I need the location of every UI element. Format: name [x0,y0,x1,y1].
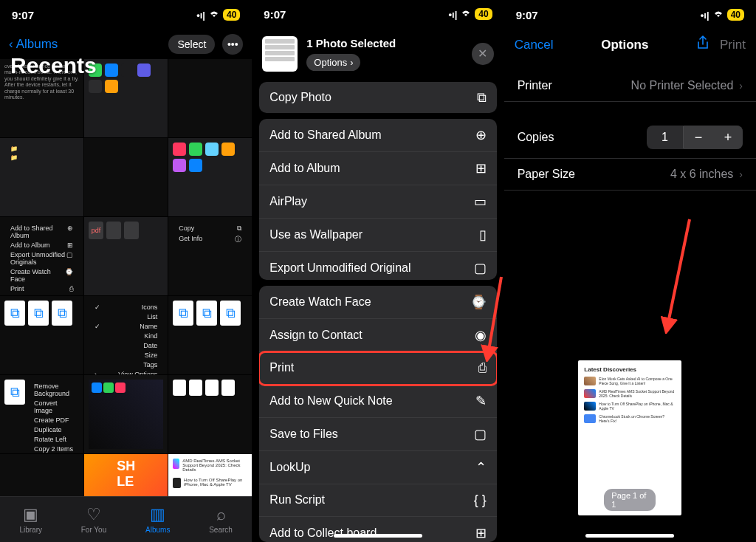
action-print[interactable]: Print⎙ [259,352,496,385]
share-actions[interactable]: Copy Photo ⧉ Add to Shared Album⊕ Add to… [252,82,504,542]
photo-grid[interactable]: overall performance gets a much-needed b… [0,59,252,496]
home-indicator[interactable] [334,534,422,538]
action-export-original[interactable]: Export Unmodified Original▢ [259,252,496,280]
clock: 9:07 [12,9,34,21]
thumbnail[interactable] [84,138,168,216]
thumbnail[interactable]: AMD RealTimes AMS Socket Support Beyond … [168,454,252,496]
thumbnail[interactable]: pdf [84,217,168,295]
chevron-right-icon: › [739,168,743,180]
thumbnail[interactable] [84,59,168,137]
tab-library[interactable]: ▣ Library [19,505,42,534]
wifi-icon [208,10,220,21]
tab-search[interactable]: ⌕ Search [209,505,233,534]
thumbnail[interactable]: Add to Shared Album⊕ Add to Album⊞ Expor… [0,217,83,295]
thumbnail[interactable] [0,454,83,496]
action-add-album[interactable]: Add to Album⊞ [259,152,496,185]
signal-icon: •ı| [448,9,457,20]
status-icons: •ı| 40 [196,9,240,21]
thumbnail[interactable]: ⧉⧉⧉ [168,296,252,374]
increment-button[interactable]: + [713,126,743,149]
lookup-icon: ⌃ [475,459,487,476]
print-options-screen: 9:07 •ı| 40 Cancel Options Print Printer… [504,0,756,542]
script-icon: { } [474,493,487,508]
thumbnail[interactable]: ⧉⧉⧉ [0,296,83,374]
print-preview[interactable]: Latest Discoveries Elon Musk Gets Asked … [504,201,756,542]
context-menu-preview: Add to Shared Album⊕ Add to Album⊞ Expor… [4,222,79,295]
chevron-right-icon: › [350,57,353,68]
action-collect-board[interactable]: Add to Collect board⊞ [259,517,496,542]
printer-row[interactable]: Printer No Printer Selected› [504,70,756,102]
action-lookup[interactable]: LookUp⌃ [259,451,496,484]
copies-row: Copies 1 − + [504,117,756,159]
thumbnail[interactable]: ⧉ Remove Background Convert Image Create… [0,375,83,453]
thumbnail[interactable]: ✓Icons List ✓Name Kind Date Size Tags ›V… [84,296,168,374]
preview-article: AMD RealTimes AMS Socket Support Beyond … [584,389,676,398]
status-bar: 9:07 •ı| 40 [252,0,504,29]
tab-for-you[interactable]: ♡ For You [81,505,106,534]
copy-icon: ⧉ [477,90,487,106]
thumbnail[interactable]: SHLE [84,454,168,496]
page-title: Recents [10,53,97,78]
copies-label: Copies [518,131,554,144]
clock: 9:07 [264,8,286,21]
tab-albums[interactable]: ▥ Albums [145,505,170,534]
nav-bar: Cancel Options Print [504,30,756,60]
albums-icon: ▥ [150,505,165,524]
wifi-icon [460,9,472,20]
close-icon: ✕ [478,47,487,61]
paper-label: Paper Size [518,168,575,181]
back-button[interactable]: ‹ Albums [9,37,58,52]
copies-stepper: 1 − + [647,126,743,149]
select-button[interactable]: Select [168,35,215,54]
page-title: Options [601,38,648,52]
tab-bar: ▣ Library ♡ For You ▥ Albums ⌕ Search [0,496,252,542]
status-icons: •ı| 40 [701,9,744,21]
selected-photo-thumb[interactable] [262,36,298,72]
thumbnail[interactable] [84,375,168,453]
album-icon: ⊞ [475,160,487,176]
preview-article: Elon Musk Gets Asked AI to Compose a One… [584,377,676,385]
action-group: Create Watch Face⌚ Assign to Contact◉ Pr… [259,286,496,542]
action-quick-note[interactable]: Add to New Quick Note✎ [259,385,496,418]
options-button[interactable]: Options › [306,54,360,71]
svg-line-1 [667,219,690,326]
preview-article: Chromebook Stuck on Chrome Screen? Here'… [584,414,676,423]
thumbnail[interactable]: 📁 📁 [0,138,83,216]
paper-size-row[interactable]: Paper Size 4 x 6 inches› [504,159,756,191]
close-button[interactable]: ✕ [472,43,494,65]
action-add-shared-album[interactable]: Add to Shared Album⊕ [259,119,496,152]
action-watch-face[interactable]: Create Watch Face⌚ [259,286,496,319]
action-wallpaper[interactable]: Use as Wallpaper▯ [259,219,496,252]
decrement-button[interactable]: − [684,126,713,149]
ellipsis-icon: ••• [227,38,238,50]
copies-value: 1 [647,126,684,148]
thumbnail[interactable] [168,138,252,216]
watch-icon: ⌚ [470,294,487,310]
page-preview[interactable]: Latest Discoveries Elon Musk Gets Asked … [578,360,681,515]
status-icons: •ı| 40 [448,8,492,20]
action-airplay[interactable]: AirPlay▭ [259,185,496,219]
action-copy-photo[interactable]: Copy Photo ⧉ [259,82,496,113]
cancel-button[interactable]: Cancel [515,38,554,52]
thumbnail[interactable]: Copy⧉ Get Infoⓘ [168,217,252,295]
shared-album-icon: ⊕ [475,127,487,143]
thumbnail[interactable] [168,375,252,453]
preview-article: How to Turn Off SharePlay on iPhone, Mac… [584,402,676,411]
more-button[interactable]: ••• [222,34,243,55]
photos-app-screen: 9:07 •ı| 40 ‹ Albums Select ••• Recents … [0,0,252,542]
board-icon: ⊞ [475,525,487,541]
preview-header: Latest Discoveries [584,366,676,373]
share-button[interactable] [696,35,709,54]
home-indicator[interactable] [585,534,674,538]
annotation-arrow [653,216,697,334]
page-counter: Page 1 of 1 [604,489,656,511]
share-sheet-screen: 9:07 •ı| 40 1 Photo Selected Options › ✕… [252,0,504,542]
wallpaper-icon: ▯ [479,227,487,243]
action-group: Add to Shared Album⊕ Add to Album⊞ AirPl… [259,119,496,280]
search-icon: ⌕ [216,505,226,524]
action-save-files[interactable]: Save to Files▢ [259,418,496,451]
action-run-script[interactable]: Run Script{ } [259,484,496,517]
thumbnail[interactable] [168,59,252,137]
action-assign-contact[interactable]: Assign to Contact◉ [259,319,496,352]
library-icon: ▣ [23,505,38,524]
